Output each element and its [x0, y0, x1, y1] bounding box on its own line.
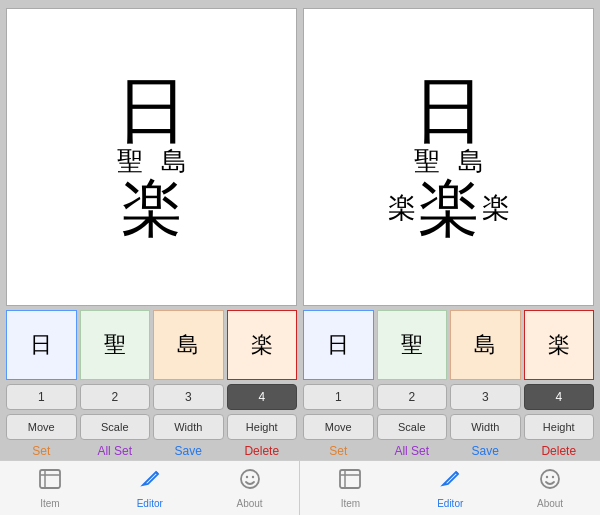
tab-label-editor-right: Editor: [437, 498, 463, 509]
right-delete-link[interactable]: Delete: [524, 444, 595, 458]
right-tile-2[interactable]: 聖: [377, 310, 448, 381]
right-action-row: Move Scale Width Height: [303, 414, 594, 440]
tab-item-left[interactable]: Item: [0, 461, 100, 515]
left-panel: 日 聖 島 楽 日 聖 島 楽 1 2 3 4 Move Scale Width…: [6, 8, 297, 460]
left-num-1[interactable]: 1: [6, 384, 77, 410]
tab-label-item-right: Item: [341, 498, 360, 509]
tab-about-right[interactable]: About: [500, 461, 600, 515]
left-number-row: 1 2 3 4: [6, 384, 297, 410]
right-canvas: 日 聖 島 楽 楽 楽: [303, 8, 594, 306]
svg-point-9: [541, 470, 559, 488]
right-save-link[interactable]: Save: [450, 444, 521, 458]
left-allset-link[interactable]: All Set: [80, 444, 151, 458]
right-height-btn[interactable]: Height: [524, 414, 595, 440]
left-height-btn[interactable]: Height: [227, 414, 298, 440]
left-move-btn[interactable]: Move: [6, 414, 77, 440]
right-tile-4[interactable]: 楽: [524, 310, 595, 381]
right-tile-3[interactable]: 島: [450, 310, 521, 381]
right-set-link[interactable]: Set: [303, 444, 374, 458]
right-number-row: 1 2 3 4: [303, 384, 594, 410]
left-width-btn[interactable]: Width: [153, 414, 224, 440]
right-tile-1[interactable]: 日: [303, 310, 374, 381]
item-icon-left: [38, 468, 62, 496]
editor-icon-right: [438, 468, 462, 496]
left-tile-3[interactable]: 島: [153, 310, 224, 381]
tab-label-about-right: About: [537, 498, 563, 509]
svg-point-3: [241, 470, 259, 488]
right-allset-link[interactable]: All Set: [377, 444, 448, 458]
tab-label-about-left: About: [237, 498, 263, 509]
left-action-row: Move Scale Width Height: [6, 414, 297, 440]
left-tile-1[interactable]: 日: [6, 310, 77, 381]
left-tile-2[interactable]: 聖: [80, 310, 151, 381]
svg-point-4: [245, 475, 247, 477]
left-bottom-kanji: 楽: [116, 177, 188, 239]
tab-item-right[interactable]: Item: [300, 461, 400, 515]
tab-label-item-left: Item: [40, 498, 59, 509]
left-set-link[interactable]: Set: [6, 444, 77, 458]
right-scale-btn[interactable]: Scale: [377, 414, 448, 440]
main-area: 日 聖 島 楽 日 聖 島 楽 1 2 3 4 Move Scale Width…: [0, 0, 600, 460]
right-mid-kanji: 聖 島: [388, 149, 510, 175]
editor-icon-left: [138, 468, 162, 496]
left-top-kanji: 日: [116, 75, 188, 147]
left-num-2[interactable]: 2: [80, 384, 151, 410]
right-bottom-row: 楽 楽 楽: [388, 177, 510, 239]
right-bottom-main: 楽: [418, 177, 480, 239]
left-tile-4[interactable]: 楽: [227, 310, 298, 381]
svg-rect-6: [340, 470, 360, 488]
left-canvas: 日 聖 島 楽: [6, 8, 297, 306]
tab-label-editor-left: Editor: [137, 498, 163, 509]
item-icon-right: [338, 468, 362, 496]
left-delete-link[interactable]: Delete: [227, 444, 298, 458]
right-num-3[interactable]: 3: [450, 384, 521, 410]
left-link-row: Set All Set Save Delete: [6, 444, 297, 458]
left-canvas-content: 日 聖 島 楽: [116, 75, 188, 239]
left-tiles-row: 日 聖 島 楽: [6, 310, 297, 381]
right-move-btn[interactable]: Move: [303, 414, 374, 440]
left-num-3[interactable]: 3: [153, 384, 224, 410]
right-top-kanji: 日: [388, 75, 510, 147]
about-icon-left: [238, 468, 262, 496]
right-panel: 日 聖 島 楽 楽 楽 日 聖 島 楽 1 2 3 4: [303, 8, 594, 460]
svg-point-5: [251, 475, 253, 477]
right-link-row: Set All Set Save Delete: [303, 444, 594, 458]
svg-point-11: [552, 475, 554, 477]
right-bottom-left: 楽: [388, 194, 416, 222]
left-num-4[interactable]: 4: [227, 384, 298, 410]
svg-rect-0: [40, 470, 60, 488]
left-save-link[interactable]: Save: [153, 444, 224, 458]
tab-about-left[interactable]: About: [200, 461, 300, 515]
right-num-1[interactable]: 1: [303, 384, 374, 410]
right-width-btn[interactable]: Width: [450, 414, 521, 440]
tab-bar: Item Editor About: [0, 460, 600, 515]
svg-point-10: [546, 475, 548, 477]
right-canvas-content: 日 聖 島 楽 楽 楽: [388, 75, 510, 239]
left-scale-btn[interactable]: Scale: [80, 414, 151, 440]
tab-editor-left[interactable]: Editor: [100, 461, 200, 515]
left-mid-kanji: 聖 島: [116, 149, 188, 175]
right-num-2[interactable]: 2: [377, 384, 448, 410]
tab-editor-right[interactable]: Editor: [400, 461, 500, 515]
about-icon-right: [538, 468, 562, 496]
right-tiles-row: 日 聖 島 楽: [303, 310, 594, 381]
right-num-4[interactable]: 4: [524, 384, 595, 410]
right-bottom-right: 楽: [482, 194, 510, 222]
